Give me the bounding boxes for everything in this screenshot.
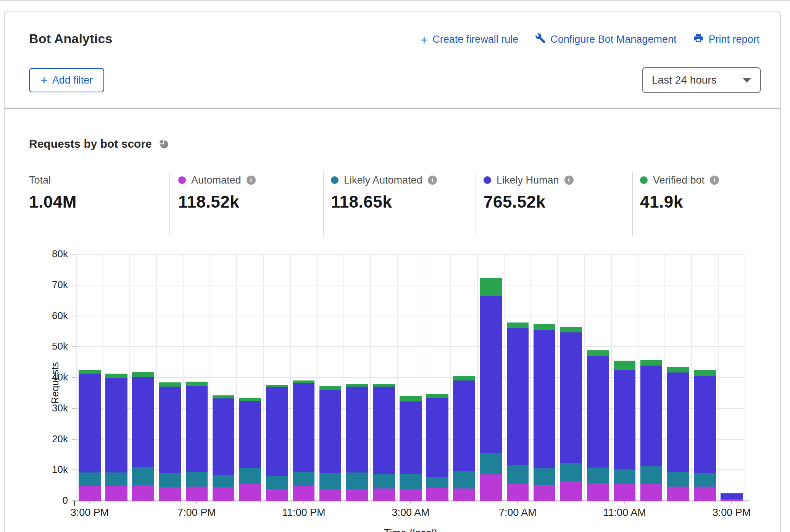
bar-segment-verified-bot xyxy=(346,384,368,387)
chart-bar[interactable] xyxy=(721,493,742,501)
bar-segment-likely-human xyxy=(507,328,529,465)
bot-analytics-card: Bot Analytics + Create firewall rule Con… xyxy=(4,11,781,532)
x-axis-title: Time (local) xyxy=(384,527,437,532)
chart-bar[interactable] xyxy=(293,380,314,501)
chart-bar[interactable] xyxy=(453,376,475,501)
plus-icon: + xyxy=(40,75,48,85)
v-gridline xyxy=(129,254,130,501)
bar-segment-verified-bot xyxy=(560,327,582,332)
bar-segment-automated xyxy=(534,485,555,501)
create-firewall-rule-link[interactable]: + Create firewall rule xyxy=(420,34,518,45)
chart-bar[interactable] xyxy=(213,395,234,501)
bar-segment-likely-human xyxy=(587,356,609,468)
bar-segment-automated xyxy=(640,484,662,501)
bar-segment-automated xyxy=(480,474,502,501)
chart-bar[interactable] xyxy=(694,370,716,501)
bar-segment-likely-human xyxy=(560,332,582,463)
bar-segment-likely-human xyxy=(721,493,742,499)
wrench-icon xyxy=(535,33,546,46)
v-gridline xyxy=(450,254,451,501)
v-gridline xyxy=(530,254,531,501)
chart-bar[interactable] xyxy=(507,322,529,501)
chart-bar[interactable] xyxy=(614,361,635,501)
y-tick xyxy=(72,439,76,440)
create-firewall-rule-label: Create firewall rule xyxy=(432,34,518,45)
y-tick xyxy=(72,408,76,409)
bar-segment-verified-bot xyxy=(213,395,234,398)
bar-segment-likely-human xyxy=(640,366,662,466)
printer-icon xyxy=(693,33,704,46)
chart-bar[interactable] xyxy=(186,382,208,501)
bot-analytics-page: Bot Analytics + Create firewall rule Con… xyxy=(0,0,790,532)
chart-bar[interactable] xyxy=(667,367,689,501)
bar-segment-likely-human xyxy=(213,398,234,475)
info-icon[interactable]: i xyxy=(428,176,437,185)
chart-bar[interactable] xyxy=(79,370,100,501)
chart-bar[interactable] xyxy=(239,398,261,501)
bar-segment-verified-bot xyxy=(534,324,555,330)
stat-value: 1.04M xyxy=(29,192,77,211)
bar-segment-likely-human xyxy=(694,376,716,473)
bar-segment-likely-automated xyxy=(266,476,288,489)
pie-chart-icon xyxy=(158,138,169,150)
bar-segment-likely-automated xyxy=(400,474,421,489)
info-icon[interactable]: i xyxy=(247,176,256,185)
bar-segment-likely-automated xyxy=(560,463,582,482)
chart-bar[interactable] xyxy=(400,396,421,501)
v-gridline xyxy=(263,254,264,501)
chart-bar[interactable] xyxy=(587,350,609,501)
chart-bar[interactable] xyxy=(105,374,127,501)
bar-segment-likely-automated xyxy=(587,468,609,483)
chart-bar[interactable] xyxy=(319,386,341,501)
bar-segment-automated xyxy=(239,484,261,501)
chart-bar[interactable] xyxy=(373,384,395,501)
chart-bar[interactable] xyxy=(560,327,582,501)
print-report-link[interactable]: Print report xyxy=(693,33,759,46)
bar-segment-automated xyxy=(373,488,395,501)
page-title: Bot Analytics xyxy=(29,31,113,46)
bar-segment-likely-automated xyxy=(239,468,261,484)
add-filter-button[interactable]: + Add filter xyxy=(29,68,104,92)
y-tick-label: 20k xyxy=(37,433,68,445)
v-gridline xyxy=(370,254,371,501)
h-gridline xyxy=(76,254,745,255)
bar-segment-likely-automated xyxy=(694,473,716,487)
y-tick xyxy=(72,377,76,378)
bar-segment-likely-human xyxy=(186,386,208,472)
y-tick-label: 70k xyxy=(37,279,68,291)
legend-dot xyxy=(640,176,648,184)
bar-segment-automated xyxy=(560,481,582,501)
v-gridline xyxy=(691,254,692,501)
configure-bot-management-link[interactable]: Configure Bot Management xyxy=(535,33,676,46)
bar-segment-verified-bot xyxy=(614,361,635,369)
bar-segment-automated xyxy=(186,487,208,501)
bar-segment-verified-bot xyxy=(79,370,100,374)
chart-bar[interactable] xyxy=(346,384,368,501)
chart-bar[interactable] xyxy=(480,278,502,501)
bar-segment-likely-human xyxy=(480,296,502,453)
header-actions: + Create firewall rule Configure Bot Man… xyxy=(420,33,759,46)
bar-segment-automated xyxy=(159,487,181,501)
bar-segment-likely-human xyxy=(614,370,635,469)
chart-bar[interactable] xyxy=(640,360,662,501)
bar-segment-likely-automated xyxy=(667,472,689,487)
y-axis-title: Requests xyxy=(49,362,61,404)
bar-segment-likely-human xyxy=(426,398,448,477)
info-icon[interactable]: i xyxy=(710,176,719,185)
y-tick-label: 10k xyxy=(37,464,68,476)
chart-bar[interactable] xyxy=(426,394,448,501)
bar-segment-automated xyxy=(667,487,689,501)
top-divider xyxy=(0,0,790,1)
x-tick-label: 3:00 AM xyxy=(392,507,429,519)
info-icon[interactable]: i xyxy=(564,176,574,185)
chart-bar[interactable] xyxy=(266,385,288,501)
bar-segment-likely-human xyxy=(667,372,689,472)
configure-bot-management-label: Configure Bot Management xyxy=(550,34,676,45)
bar-segment-automated xyxy=(453,488,475,501)
y-tick-label: 0 xyxy=(37,495,68,506)
chart-bar[interactable] xyxy=(534,324,555,501)
time-range-select[interactable]: Last 24 hours xyxy=(642,67,761,93)
bar-segment-automated xyxy=(346,489,368,501)
chart-bar[interactable] xyxy=(159,382,181,501)
chart-bar[interactable] xyxy=(132,372,154,501)
